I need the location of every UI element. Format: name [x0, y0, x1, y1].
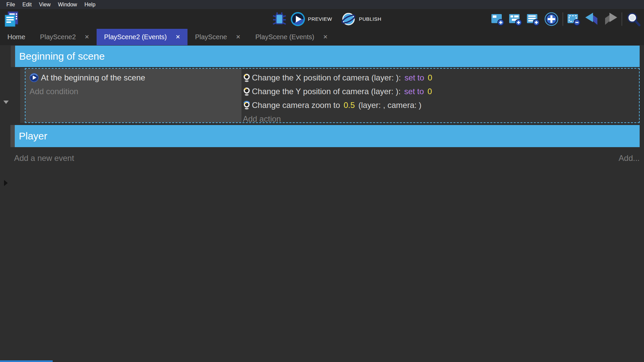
events-sheet: Beginning of scene At the beginning of t…	[0, 45, 644, 362]
camera-icon	[243, 73, 251, 82]
action-text: (layer: , camera: )	[356, 101, 422, 110]
tab-home[interactable]: Home	[0, 29, 33, 45]
action-value: 0	[425, 87, 432, 96]
publish-button[interactable]: PUBLISH	[341, 11, 381, 27]
delete-selection-icon	[567, 12, 581, 26]
add-ellipsis-button[interactable]: Add...	[619, 154, 640, 163]
redo-button[interactable]	[603, 12, 618, 26]
condition-row[interactable]: At the beginning of the scene	[30, 71, 241, 84]
undo-icon	[585, 12, 599, 26]
add-comment-icon	[526, 12, 540, 26]
group-drag-handle[interactable]	[11, 46, 15, 67]
search-icon	[626, 12, 641, 26]
preview-play-icon	[290, 12, 305, 26]
condition-text: At the beginning of the scene	[41, 73, 145, 82]
project-manager-icon	[4, 11, 19, 27]
close-icon[interactable]: ✕	[323, 34, 328, 40]
project-manager-button[interactable]	[3, 10, 20, 28]
add-circle-icon	[544, 12, 559, 26]
group-title: Beginning of scene	[19, 51, 105, 62]
add-condition-button[interactable]: Add condition	[30, 84, 241, 98]
menu-file[interactable]: File	[3, 0, 19, 9]
camera-zoom-icon	[243, 101, 251, 110]
add-subevent-button[interactable]	[508, 12, 523, 26]
action-text: Change the Y position of camera (layer: …	[252, 87, 403, 96]
preview-button[interactable]: PREVIEW	[290, 12, 332, 26]
tab-playscene-events[interactable]: PlayScene (Events) ✕	[248, 29, 335, 45]
menu-bar: File Edit View Window Help	[0, 0, 644, 9]
expand-group-arrow-icon[interactable]	[4, 180, 8, 186]
debug-button[interactable]	[272, 11, 286, 27]
add-event-button[interactable]	[491, 12, 505, 26]
action-operator: set to	[404, 87, 424, 96]
add-event-icon	[491, 12, 505, 26]
action-value: 0	[426, 73, 432, 82]
add-subevent-icon	[508, 12, 523, 26]
search-events-button[interactable]	[626, 12, 641, 26]
tab-label: PlayScene (Events)	[255, 33, 314, 41]
menu-window[interactable]: Window	[54, 0, 81, 9]
action-operator: set to	[405, 73, 424, 82]
action-row[interactable]: Change the X position of camera (layer: …	[243, 71, 639, 84]
event-group-header-beginning-of-scene[interactable]: Beginning of scene	[15, 46, 640, 67]
delete-selection-button[interactable]	[567, 12, 581, 26]
close-icon[interactable]: ✕	[175, 34, 180, 40]
conditions-panel: At the beginning of the scene Add condit…	[25, 69, 241, 122]
event-drag-handle[interactable]	[20, 68, 25, 123]
tab-label: PlayScene2	[40, 33, 76, 41]
actions-panel: Change the X position of camera (layer: …	[241, 69, 639, 122]
toolbar-separator	[562, 12, 563, 26]
undo-button[interactable]	[585, 12, 599, 26]
menu-help[interactable]: Help	[81, 0, 99, 9]
menu-view[interactable]: View	[35, 0, 54, 9]
add-new-event-button[interactable]: Add a new event	[14, 154, 74, 163]
action-value: 0.5	[343, 101, 355, 110]
action-text: Change the X position of camera (layer: …	[252, 73, 403, 82]
event-group-header-player[interactable]: Player	[15, 125, 640, 147]
group-title: Player	[19, 130, 47, 142]
tab-playscene2[interactable]: PlayScene2 ✕	[33, 29, 97, 45]
bottom-left-blue-strip	[0, 360, 53, 362]
choose-add-event-button[interactable]	[544, 12, 559, 26]
menu-edit[interactable]: Edit	[19, 0, 36, 9]
action-row[interactable]: Change camera zoom to 0.5 (layer: , came…	[243, 98, 639, 112]
main-toolbar: PREVIEW PUBLISH	[0, 9, 644, 29]
collapse-group-arrow-icon[interactable]	[3, 101, 9, 104]
group-drag-handle[interactable]	[10, 125, 15, 147]
tab-playscene[interactable]: PlayScene ✕	[187, 29, 248, 45]
publish-sphere-icon	[341, 11, 356, 27]
redo-icon	[603, 12, 618, 26]
standard-event-selected[interactable]: At the beginning of the scene Add condit…	[25, 68, 640, 123]
add-comment-button[interactable]	[526, 12, 540, 26]
close-icon[interactable]: ✕	[236, 34, 240, 40]
publish-label: PUBLISH	[359, 16, 381, 22]
toolbar-separator	[622, 12, 622, 26]
tab-label: PlayScene2 (Events)	[104, 33, 167, 41]
scene-tab-bar: Home PlayScene2 ✕ PlayScene2 (Events) ✕ …	[0, 29, 644, 45]
close-icon[interactable]: ✕	[85, 34, 89, 40]
tab-playscene2-events[interactable]: PlayScene2 (Events) ✕	[97, 29, 187, 45]
camera-icon	[243, 87, 251, 96]
debug-icon	[272, 11, 286, 27]
add-action-button[interactable]: Add action	[243, 112, 639, 126]
play-sphere-icon	[30, 73, 39, 82]
action-row[interactable]: Change the Y position of camera (layer: …	[243, 84, 639, 98]
tab-label: PlayScene	[195, 33, 227, 41]
preview-label: PREVIEW	[308, 16, 332, 22]
action-text: Change camera zoom to	[252, 101, 342, 110]
tab-label: Home	[7, 33, 25, 41]
